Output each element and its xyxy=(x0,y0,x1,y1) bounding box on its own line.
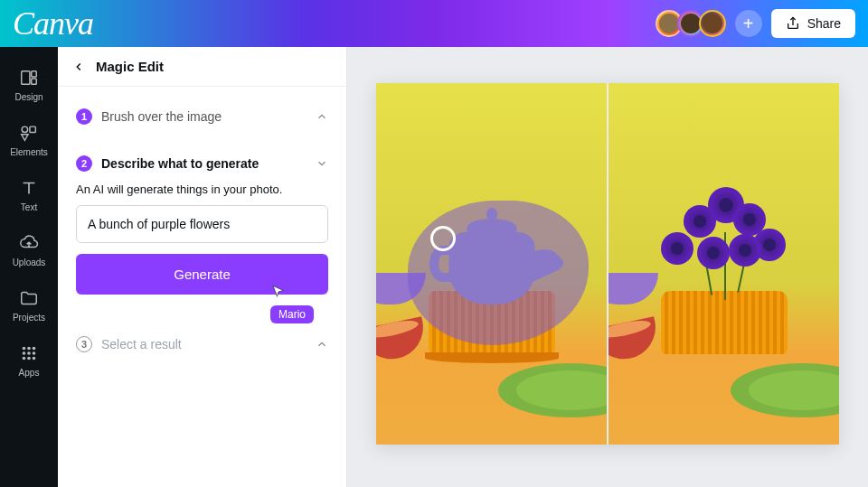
decor-vase xyxy=(661,291,788,354)
before-image[interactable] xyxy=(376,83,607,445)
apps-icon xyxy=(18,342,40,364)
step-number: 3 xyxy=(76,336,92,352)
svg-point-9 xyxy=(27,351,31,355)
decor-plate xyxy=(731,363,839,417)
rail-label: Text xyxy=(21,202,37,212)
back-button[interactable] xyxy=(72,61,85,73)
panel-body: 1 Brush over the image 2 Describe what t… xyxy=(58,87,346,487)
step-number: 2 xyxy=(76,155,92,172)
step-label: Select a result xyxy=(101,337,182,351)
rail-item-text[interactable]: Text xyxy=(0,168,58,221)
rail-label: Projects xyxy=(13,313,45,323)
panel-header: Magic Edit xyxy=(58,47,346,87)
collaborator-cursor: Mario xyxy=(270,284,287,300)
svg-point-10 xyxy=(33,351,36,355)
svg-point-5 xyxy=(23,347,26,351)
svg-rect-4 xyxy=(30,126,35,132)
rail-item-elements[interactable]: Elements xyxy=(0,113,58,166)
rail-label: Apps xyxy=(19,368,40,378)
avatar[interactable] xyxy=(699,10,726,37)
decor-plate xyxy=(498,363,607,417)
side-rail: Design Elements Text Uploads xyxy=(0,47,58,487)
elements-icon xyxy=(18,122,40,144)
generated-flowers xyxy=(652,178,797,295)
chevron-up-icon xyxy=(316,338,328,351)
svg-rect-0 xyxy=(22,71,30,85)
decor-bowl xyxy=(376,316,429,365)
step-label: Describe what to generate xyxy=(101,156,259,171)
share-label: Share xyxy=(807,16,841,31)
svg-point-7 xyxy=(33,347,36,351)
after-image[interactable] xyxy=(609,83,839,445)
step-3-header[interactable]: 3 Select a result xyxy=(76,327,328,361)
before-after-pair xyxy=(376,83,839,445)
share-icon xyxy=(786,16,800,31)
svg-rect-1 xyxy=(32,71,37,77)
projects-icon xyxy=(18,287,40,309)
rail-label: Design xyxy=(14,92,42,102)
collaborator-avatars xyxy=(656,10,726,37)
magic-edit-panel: Magic Edit 1 Brush over the image xyxy=(58,47,347,487)
app-root: Canva + Share Design xyxy=(0,0,868,487)
design-icon xyxy=(18,67,40,89)
top-header: Canva + Share xyxy=(0,0,868,47)
rail-label: Elements xyxy=(10,147,48,157)
rail-item-projects[interactable]: Projects xyxy=(0,278,58,332)
decor-teapot xyxy=(467,219,516,237)
rail-item-uploads[interactable]: Uploads xyxy=(0,223,58,276)
uploads-icon xyxy=(18,232,40,254)
generate-button[interactable]: Generate Mario xyxy=(76,254,328,295)
rail-label: Uploads xyxy=(13,258,46,267)
svg-point-8 xyxy=(23,351,26,355)
svg-point-11 xyxy=(23,357,26,361)
prompt-input[interactable] xyxy=(76,205,328,243)
cursor-name-tag: Mario xyxy=(270,305,314,323)
step-label: Brush over the image xyxy=(101,109,222,124)
svg-point-12 xyxy=(27,357,31,361)
step-number: 1 xyxy=(76,108,92,125)
step-2-header[interactable]: 2 Describe what to generate xyxy=(76,146,328,181)
rail-item-apps[interactable]: Apps xyxy=(0,333,58,387)
step-description: An AI will generate things in your photo… xyxy=(76,183,328,196)
svg-rect-2 xyxy=(32,79,37,84)
canva-logo[interactable]: Canva xyxy=(13,5,93,42)
decor-bowl xyxy=(609,316,661,365)
chevron-down-icon xyxy=(316,157,328,170)
rail-item-design[interactable]: Design xyxy=(0,58,58,111)
panel-title: Magic Edit xyxy=(96,59,164,74)
chevron-up-icon xyxy=(316,110,328,123)
brush-cursor-icon xyxy=(430,226,456,251)
canvas-area[interactable] xyxy=(347,47,868,487)
main-body: Design Elements Text Uploads xyxy=(0,47,868,487)
decor-teapot xyxy=(448,232,534,304)
add-collaborator-button[interactable]: + xyxy=(735,10,762,37)
decor-teapot xyxy=(486,208,497,220)
share-button[interactable]: Share xyxy=(771,9,855,38)
svg-point-13 xyxy=(33,357,36,361)
text-icon xyxy=(18,177,40,199)
step-1-header[interactable]: 1 Brush over the image xyxy=(76,99,328,134)
header-actions: + Share xyxy=(656,9,855,38)
svg-point-3 xyxy=(22,126,27,132)
svg-point-6 xyxy=(27,347,31,351)
